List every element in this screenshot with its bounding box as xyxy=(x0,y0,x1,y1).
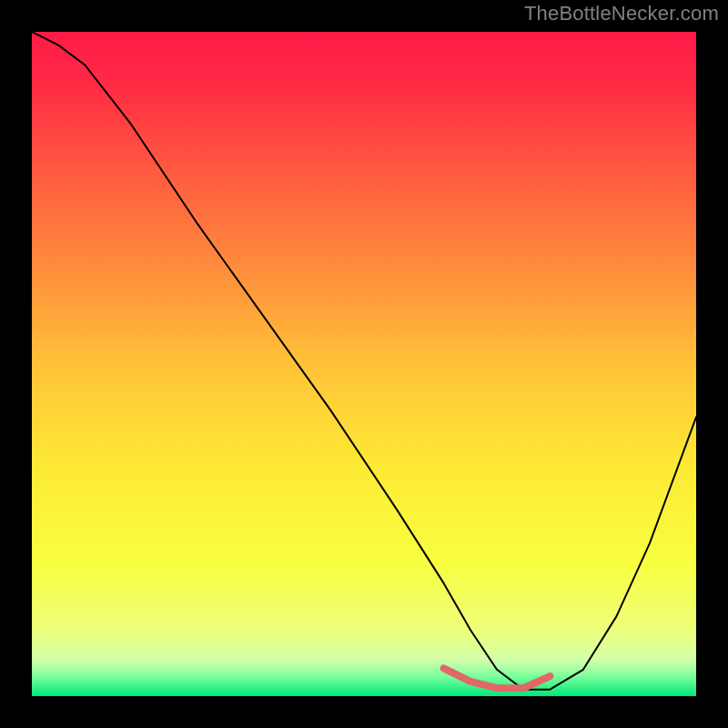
attribution-text: TheBottleNecker.com xyxy=(524,2,719,25)
chart-plot-area xyxy=(32,32,696,696)
chart-svg xyxy=(32,32,696,696)
gradient-background xyxy=(32,32,696,696)
chart-outer: TheBottleNecker.com xyxy=(0,0,728,728)
